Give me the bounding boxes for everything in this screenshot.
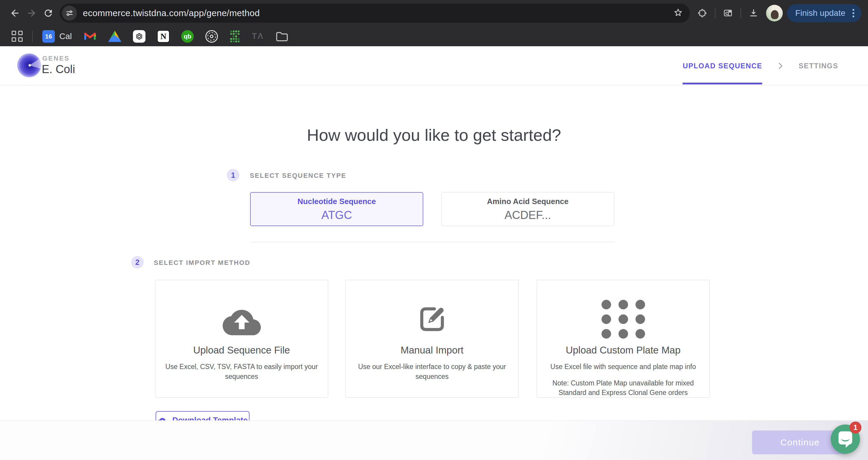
bookmark-twist[interactable]	[226, 30, 244, 42]
browser-menu-icon[interactable]	[852, 12, 854, 14]
address-bar[interactable]: ecommerce.twistdna.com/app/gene/method	[60, 4, 690, 23]
bookmark-gmail[interactable]	[80, 31, 100, 41]
apps-grid-button[interactable]	[8, 31, 27, 42]
sequence-type-example: ATGC	[321, 209, 352, 222]
chevron-right-icon	[776, 61, 785, 70]
import-card-title: Manual Import	[346, 345, 518, 356]
bookmark-drive[interactable]	[104, 31, 125, 42]
bookmark-folder[interactable]	[272, 31, 292, 42]
section-divider	[250, 242, 614, 242]
sequence-type-example: ACDEF...	[504, 209, 551, 222]
bookmarks-divider	[32, 31, 33, 42]
back-button[interactable]	[6, 5, 23, 22]
page-search-icon	[723, 8, 733, 18]
profile-avatar[interactable]	[766, 5, 783, 22]
url-text: ecommerce.twistdna.com/app/gene/method	[83, 8, 673, 18]
finish-update-label: Finish update	[795, 8, 845, 18]
google-drive-icon	[108, 31, 121, 42]
forward-button[interactable]	[23, 5, 40, 22]
google-calendar-icon: 16	[42, 30, 55, 42]
page-title: E. Coli	[42, 63, 75, 76]
bookmark-calendar[interactable]: 16 Cal	[38, 30, 76, 42]
screenshot-root: ecommerce.twistdna.com/app/gene/method	[0, 0, 868, 460]
star-icon	[673, 7, 683, 18]
back-arrow-icon	[9, 8, 20, 19]
sequence-type-title: Amino Acid Sequence	[487, 197, 569, 206]
chatgpt-icon	[133, 30, 146, 42]
twist-spiral-logo-icon	[17, 53, 41, 77]
footer-bar	[0, 420, 868, 460]
sequence-type-nucleotide[interactable]: Nucleotide Sequence ATGC	[250, 192, 423, 226]
bookmark-ornate-logo[interactable]	[202, 30, 222, 42]
main-heading: How would you like to get started?	[0, 125, 868, 145]
bookmark-notion[interactable]: N	[153, 30, 174, 42]
bookmark-quickbooks[interactable]: qb	[177, 30, 197, 42]
extensions-button[interactable]	[694, 5, 711, 22]
import-card-manual-import[interactable]: Manual Import Use our Excel-like interfa…	[345, 280, 519, 398]
sequence-type-title: Nucleotide Sequence	[298, 197, 376, 206]
reload-button[interactable]	[40, 5, 57, 22]
notion-icon: N	[157, 30, 169, 42]
header-tabs: UPLOAD SEQUENCE SETTINGS	[683, 46, 838, 85]
bookmarks-bar: 16 Cal N qb	[0, 26, 868, 46]
ta-logo-icon: TΛ	[252, 32, 264, 41]
manual-edit-icon	[346, 297, 518, 342]
import-card-description: Use our Excel-like interface to copy & p…	[346, 362, 518, 381]
download-icon	[748, 8, 758, 18]
apps-grid-icon	[11, 31, 23, 42]
import-card-upload-file[interactable]: Upload Sequence File Use Excel, CSV, TSV…	[155, 280, 328, 398]
app-header: GENES E. Coli UPLOAD SEQUENCE SETTINGS	[0, 46, 868, 86]
tab-settings[interactable]: SETTINGS	[799, 62, 838, 70]
step-2-badge: 2	[131, 256, 144, 268]
step-1-label: SELECT SEQUENCE TYPE	[250, 172, 346, 180]
import-card-description: Use Excel, CSV, TSV, FASTA to easily imp…	[155, 362, 328, 381]
header-eyebrow: GENES	[42, 55, 70, 62]
bookmark-chatgpt[interactable]	[129, 30, 149, 42]
plate-dots-icon	[537, 297, 709, 342]
downloads-button[interactable]	[745, 5, 762, 22]
cloud-upload-icon	[155, 297, 328, 342]
tune-icon	[65, 9, 73, 17]
import-card-title: Upload Sequence File	[155, 345, 328, 356]
import-card-title: Upload Custom Plate Map	[537, 345, 709, 356]
step-1-badge: 1	[227, 169, 239, 181]
forward-arrow-icon	[26, 8, 37, 19]
site-settings-button[interactable]	[62, 6, 77, 21]
twist-dots-icon	[229, 30, 240, 42]
reload-icon	[43, 8, 54, 19]
bookmark-label: Cal	[59, 32, 72, 41]
puzzle-icon	[697, 8, 707, 18]
tab-upload-sequence[interactable]: UPLOAD SEQUENCE	[683, 62, 762, 70]
chat-bubble-icon	[838, 431, 852, 444]
import-card-note: Note: Custom Plate Map unavailable for m…	[537, 378, 709, 397]
chat-unread-badge: 1	[849, 422, 862, 433]
import-card-description: Use Excel file with sequence and plate m…	[537, 362, 709, 372]
quickbooks-icon: qb	[181, 30, 194, 42]
finish-update-button[interactable]: Finish update	[787, 4, 862, 22]
gmail-icon	[84, 31, 97, 41]
browser-toolbar: ecommerce.twistdna.com/app/gene/method	[0, 0, 868, 26]
bookmark-ta[interactable]: TΛ	[248, 32, 268, 41]
sequence-type-amino-acid[interactable]: Amino Acid Sequence ACDEF...	[441, 192, 614, 226]
step-2-label: SELECT IMPORT METHOD	[154, 259, 250, 267]
page-search-button[interactable]	[719, 5, 736, 22]
ornate-circle-icon	[206, 30, 218, 42]
bookmark-star-button[interactable]	[673, 7, 683, 19]
folder-icon	[276, 31, 288, 42]
import-card-plate-map[interactable]: Upload Custom Plate Map Use Excel file w…	[536, 280, 710, 398]
toolbar-divider	[740, 8, 741, 19]
toolbar-divider	[715, 8, 715, 19]
